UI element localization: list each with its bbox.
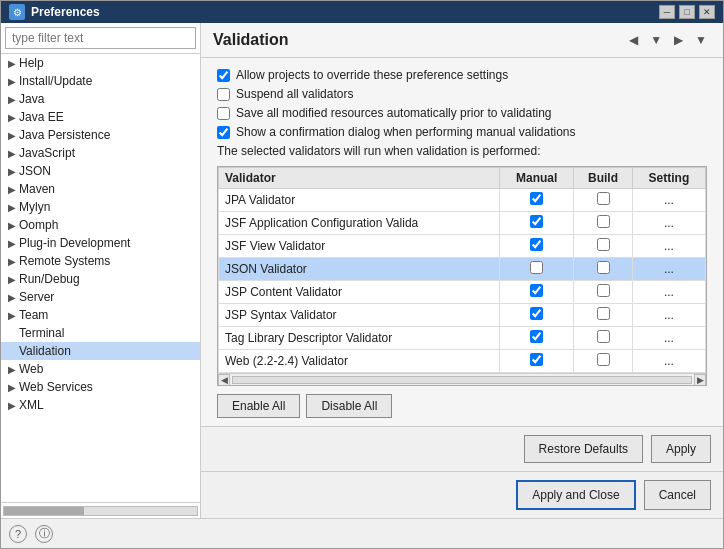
sidebar-tree: ▶Help▶Install/Update▶Java▶Java EE▶Java P…: [1, 54, 200, 502]
sidebar-item-remote-systems[interactable]: ▶Remote Systems: [1, 252, 200, 270]
info-icon[interactable]: ⓘ: [35, 525, 53, 543]
sidebar-item-maven[interactable]: ▶Maven: [1, 180, 200, 198]
horizontal-scrollbar[interactable]: [3, 506, 198, 516]
minimize-button[interactable]: ─: [659, 5, 675, 19]
validator-manual-cb[interactable]: [500, 258, 574, 281]
restore-defaults-button-footer[interactable]: Restore Defaults: [524, 435, 643, 463]
table-scrollbar-track[interactable]: [232, 376, 692, 384]
sidebar-item-javascript[interactable]: ▶JavaScript: [1, 144, 200, 162]
validator-manual-cb[interactable]: [500, 304, 574, 327]
apply-and-close-button[interactable]: Apply and Close: [516, 480, 635, 510]
table-row[interactable]: Web (2.2-2.4) Validator...: [219, 350, 706, 373]
tree-arrow-icon: ▶: [5, 256, 19, 267]
disable-all-button[interactable]: Disable All: [306, 394, 392, 418]
validator-manual-cb[interactable]: [500, 189, 574, 212]
sidebar-item-help[interactable]: ▶Help: [1, 54, 200, 72]
validator-name: JSP Content Validator: [219, 281, 500, 304]
validator-manual-cb[interactable]: [500, 281, 574, 304]
right-panel: Validation ◀ ▼ ▶ ▼ Allow projects to ove…: [201, 23, 723, 518]
validators-table-wrapper: ValidatorManualBuildSettingJPA Validator…: [217, 166, 707, 386]
cancel-button[interactable]: Cancel: [644, 480, 711, 510]
panel-title: Validation: [213, 31, 289, 49]
table-row[interactable]: JSP Content Validator...: [219, 281, 706, 304]
table-row[interactable]: JSF View Validator...: [219, 235, 706, 258]
nav-menu[interactable]: ▼: [691, 31, 711, 49]
search-box: [1, 23, 200, 54]
validator-manual-cb[interactable]: [500, 350, 574, 373]
col-header-setting: Setting: [632, 168, 705, 189]
enable-all-button[interactable]: Enable All: [217, 394, 300, 418]
sidebar-item-web-services[interactable]: ▶Web Services: [1, 378, 200, 396]
close-button[interactable]: ✕: [699, 5, 715, 19]
validator-setting-btn[interactable]: ...: [632, 281, 705, 304]
title-bar: ⚙ Preferences ─ □ ✕: [1, 1, 723, 23]
validator-setting-btn[interactable]: ...: [632, 212, 705, 235]
validator-setting-btn[interactable]: ...: [632, 327, 705, 350]
table-row[interactable]: JSF Application Configuration Valida...: [219, 212, 706, 235]
validator-build-cb[interactable]: [574, 281, 633, 304]
validator-build-cb[interactable]: [574, 304, 633, 327]
help-icon[interactable]: ?: [9, 525, 27, 543]
validator-setting-btn[interactable]: ...: [632, 235, 705, 258]
sidebar-item-json[interactable]: ▶JSON: [1, 162, 200, 180]
panel-navigation: ◀ ▼ ▶ ▼: [625, 31, 711, 49]
validator-name: JSF Application Configuration Valida: [219, 212, 500, 235]
sidebar-item-oomph[interactable]: ▶Oomph: [1, 216, 200, 234]
table-row[interactable]: JSP Syntax Validator...: [219, 304, 706, 327]
sidebar-item-run-debug[interactable]: ▶Run/Debug: [1, 270, 200, 288]
sidebar-item-validation[interactable]: Validation: [1, 342, 200, 360]
checkbox-cb3[interactable]: [217, 107, 230, 120]
sidebar-item-label: Maven: [19, 182, 55, 196]
checkbox-cb2[interactable]: [217, 88, 230, 101]
table-row[interactable]: JPA Validator...: [219, 189, 706, 212]
tree-arrow-icon: ▶: [5, 382, 19, 393]
sidebar-item-terminal[interactable]: Terminal: [1, 324, 200, 342]
scroll-right-arrow[interactable]: ▶: [694, 374, 706, 386]
checkbox-cb1[interactable]: [217, 69, 230, 82]
tree-arrow-icon: ▶: [5, 238, 19, 249]
sidebar-item-java-ee[interactable]: ▶Java EE: [1, 108, 200, 126]
sidebar-item-web[interactable]: ▶Web: [1, 360, 200, 378]
validator-setting-btn[interactable]: ...: [632, 350, 705, 373]
validator-manual-cb[interactable]: [500, 235, 574, 258]
validator-build-cb[interactable]: [574, 350, 633, 373]
validator-manual-cb[interactable]: [500, 212, 574, 235]
validator-setting-btn[interactable]: ...: [632, 258, 705, 281]
maximize-button[interactable]: □: [679, 5, 695, 19]
validator-setting-btn[interactable]: ...: [632, 304, 705, 327]
sidebar-scrollbar[interactable]: [1, 502, 200, 518]
scroll-left-arrow[interactable]: ◀: [218, 374, 230, 386]
validator-build-cb[interactable]: [574, 327, 633, 350]
validator-build-cb[interactable]: [574, 189, 633, 212]
validation-description: The selected validators will run when va…: [217, 144, 707, 158]
validator-manual-cb[interactable]: [500, 327, 574, 350]
table-horizontal-scrollbar[interactable]: ◀▶: [218, 373, 706, 385]
scrollbar-thumb[interactable]: [4, 507, 84, 515]
nav-dropdown[interactable]: ▼: [646, 31, 666, 49]
validators-table: ValidatorManualBuildSettingJPA Validator…: [218, 167, 706, 373]
validator-setting-btn[interactable]: ...: [632, 189, 705, 212]
back-button[interactable]: ◀: [625, 31, 642, 49]
sidebar-item-java[interactable]: ▶Java: [1, 90, 200, 108]
search-input[interactable]: [5, 27, 196, 49]
checkbox-cb4[interactable]: [217, 126, 230, 139]
tree-arrow-icon: ▶: [5, 220, 19, 231]
sidebar-item-team[interactable]: ▶Team: [1, 306, 200, 324]
sidebar-item-label: Install/Update: [19, 74, 92, 88]
table-row[interactable]: Tag Library Descriptor Validator...: [219, 327, 706, 350]
apply-button-footer[interactable]: Apply: [651, 435, 711, 463]
forward-button[interactable]: ▶: [670, 31, 687, 49]
sidebar-item-server[interactable]: ▶Server: [1, 288, 200, 306]
sidebar-item-java-persistence[interactable]: ▶Java Persistence: [1, 126, 200, 144]
sidebar-item-install-update[interactable]: ▶Install/Update: [1, 72, 200, 90]
tree-arrow-icon: ▶: [5, 166, 19, 177]
col-header-build: Build: [574, 168, 633, 189]
validator-build-cb[interactable]: [574, 258, 633, 281]
tree-arrow-icon: ▶: [5, 364, 19, 375]
validator-build-cb[interactable]: [574, 235, 633, 258]
sidebar-item-mylyn[interactable]: ▶Mylyn: [1, 198, 200, 216]
sidebar-item-xml[interactable]: ▶XML: [1, 396, 200, 414]
sidebar-item-plug-in-development[interactable]: ▶Plug-in Development: [1, 234, 200, 252]
validator-build-cb[interactable]: [574, 212, 633, 235]
table-row[interactable]: JSON Validator...: [219, 258, 706, 281]
